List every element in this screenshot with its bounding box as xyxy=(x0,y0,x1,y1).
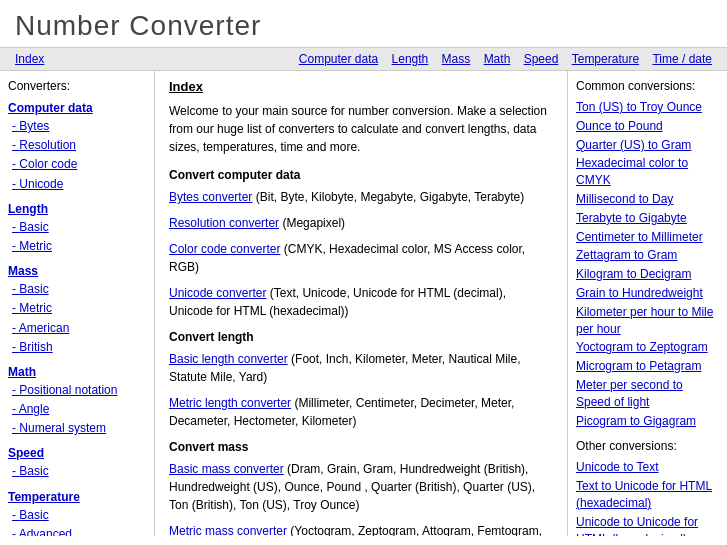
sidebar-item-length-title[interactable]: Length xyxy=(8,202,146,216)
sidebar-item-temperature-basic[interactable]: - Basic xyxy=(12,506,146,525)
sidebar-item-temperature-advanced[interactable]: - Advanced xyxy=(12,525,146,536)
content-title: Index xyxy=(169,79,553,94)
sidebar-item-temperature-title[interactable]: Temperature xyxy=(8,490,146,504)
resolution-converter-desc: (Megapixel) xyxy=(279,216,345,230)
other-link-2[interactable]: Unicode to Unicode for HTML (hexadecimal… xyxy=(576,514,719,536)
common-link-7[interactable]: Zettagram to Gram xyxy=(576,247,719,264)
nav-length[interactable]: Length xyxy=(392,52,429,66)
main-layout: Converters: Computer data - Bytes - Reso… xyxy=(0,71,727,536)
nav-speed[interactable]: Speed xyxy=(524,52,559,66)
converter-resolution: Resolution converter (Megapixel) xyxy=(169,214,553,232)
section-length-title: Convert length xyxy=(169,330,553,344)
right-panel: Common conversions: Ton (US) to Troy Oun… xyxy=(567,71,727,536)
converter-basic-length: Basic length converter (Foot, Inch, Kilo… xyxy=(169,350,553,386)
common-link-10[interactable]: Kilometer per hour to Mile per hour xyxy=(576,304,719,338)
sidebar-item-math-title[interactable]: Math xyxy=(8,365,146,379)
sidebar-item-mass-british[interactable]: - British xyxy=(12,338,146,357)
converter-metric-mass: Metric mass converter (Yoctogram, Zeptog… xyxy=(169,522,553,536)
converters-label: Converters: xyxy=(8,79,70,93)
intro-text: Welcome to your main source for number c… xyxy=(169,102,553,156)
other-conversions-title: Other conversions: xyxy=(576,439,719,453)
section-computer-data-title: Convert computer data xyxy=(169,168,553,182)
sidebar-item-mass-basic[interactable]: - Basic xyxy=(12,280,146,299)
basic-length-link[interactable]: Basic length converter xyxy=(169,352,288,366)
common-link-6[interactable]: Centimeter to Millimeter xyxy=(576,229,719,246)
sidebar-item-mass-american[interactable]: - American xyxy=(12,319,146,338)
sidebar-item-mass-title[interactable]: Mass xyxy=(8,264,146,278)
common-link-11[interactable]: Yoctogram to Zeptogram xyxy=(576,339,719,356)
page-header: Number Converter xyxy=(0,0,727,47)
nav-computer-data[interactable]: Computer data xyxy=(299,52,378,66)
nav-index-link[interactable]: Index xyxy=(15,52,44,66)
metric-mass-link[interactable]: Metric mass converter xyxy=(169,524,287,536)
sidebar-item-bytes[interactable]: - Bytes xyxy=(12,117,146,136)
converter-unicode: Unicode converter (Text, Unicode, Unicod… xyxy=(169,284,553,320)
common-link-9[interactable]: Grain to Hundredweight xyxy=(576,285,719,302)
sidebar-item-resolution[interactable]: - Resolution xyxy=(12,136,146,155)
sidebar-item-mass-metric[interactable]: - Metric xyxy=(12,299,146,318)
common-link-0[interactable]: Ton (US) to Troy Ounce xyxy=(576,99,719,116)
common-link-1[interactable]: Ounce to Pound xyxy=(576,118,719,135)
nav-time-date[interactable]: Time / date xyxy=(652,52,712,66)
sidebar-item-unicode[interactable]: - Unicode xyxy=(12,175,146,194)
metric-length-link[interactable]: Metric length converter xyxy=(169,396,291,410)
nav-links: Computer data Length Mass Math Speed Tem… xyxy=(294,52,717,66)
converter-colorcode: Color code converter (CMYK, Hexadecimal … xyxy=(169,240,553,276)
main-content: Index Welcome to your main source for nu… xyxy=(155,71,567,536)
navigation-bar: Index Computer data Length Mass Math Spe… xyxy=(0,47,727,71)
other-link-0[interactable]: Unicode to Text xyxy=(576,459,719,476)
common-link-4[interactable]: Millisecond to Day xyxy=(576,191,719,208)
sidebar-item-math-positional[interactable]: - Positional notation xyxy=(12,381,146,400)
bytes-converter-desc: (Bit, Byte, Kilobyte, Megabyte, Gigabyte… xyxy=(252,190,524,204)
common-link-5[interactable]: Terabyte to Gigabyte xyxy=(576,210,719,227)
common-link-14[interactable]: Picogram to Gigagram xyxy=(576,413,719,430)
page-title: Number Converter xyxy=(15,10,712,42)
converter-bytes: Bytes converter (Bit, Byte, Kilobyte, Me… xyxy=(169,188,553,206)
nav-mass[interactable]: Mass xyxy=(442,52,471,66)
common-conversions-title: Common conversions: xyxy=(576,79,719,93)
nav-temperature[interactable]: Temperature xyxy=(572,52,639,66)
sidebar-item-speed-basic[interactable]: - Basic xyxy=(12,462,146,481)
common-link-2[interactable]: Quarter (US) to Gram xyxy=(576,137,719,154)
unicode-converter-link[interactable]: Unicode converter xyxy=(169,286,266,300)
other-link-1[interactable]: Text to Unicode for HTML (hexadecimal) xyxy=(576,478,719,512)
sidebar-item-length-basic[interactable]: - Basic xyxy=(12,218,146,237)
sidebar-item-color-code[interactable]: - Color code xyxy=(12,155,146,174)
basic-mass-link[interactable]: Basic mass converter xyxy=(169,462,284,476)
colorcode-converter-link[interactable]: Color code converter xyxy=(169,242,280,256)
sidebar-item-length-metric[interactable]: - Metric xyxy=(12,237,146,256)
nav-math[interactable]: Math xyxy=(484,52,511,66)
common-link-13[interactable]: Meter per second to Speed of light xyxy=(576,377,719,411)
sidebar-item-speed-title[interactable]: Speed xyxy=(8,446,146,460)
resolution-converter-link[interactable]: Resolution converter xyxy=(169,216,279,230)
sidebar-item-math-numeral[interactable]: - Numeral system xyxy=(12,419,146,438)
sidebar: Converters: Computer data - Bytes - Reso… xyxy=(0,71,155,536)
sidebar-item-computer-data-title[interactable]: Computer data xyxy=(8,101,146,115)
common-link-3[interactable]: Hexadecimal color to CMYK xyxy=(576,155,719,189)
converter-metric-length: Metric length converter (Millimeter, Cen… xyxy=(169,394,553,430)
bytes-converter-link[interactable]: Bytes converter xyxy=(169,190,252,204)
common-link-12[interactable]: Microgram to Petagram xyxy=(576,358,719,375)
nav-index-section: Index xyxy=(10,52,49,66)
section-mass-title: Convert mass xyxy=(169,440,553,454)
converter-basic-mass: Basic mass converter (Dram, Grain, Gram,… xyxy=(169,460,553,514)
common-link-8[interactable]: Kilogram to Decigram xyxy=(576,266,719,283)
sidebar-item-math-angle[interactable]: - Angle xyxy=(12,400,146,419)
